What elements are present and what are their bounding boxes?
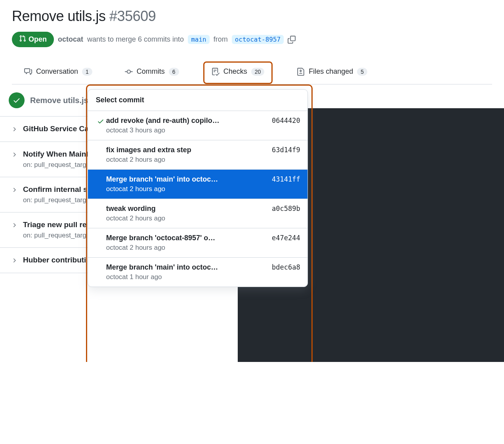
chevron-right-icon — [11, 126, 17, 134]
pr-merge-text-1: wants to merge 6 commits into — [87, 35, 184, 44]
commit-title: fix images and extra step — [106, 146, 265, 154]
chevron-right-icon — [11, 187, 17, 194]
dropdown-header: Select commit — [88, 90, 307, 111]
commit-meta: octocat 3 hours ago — [106, 126, 265, 134]
tab-count: 5 — [357, 68, 367, 76]
commit-option[interactable]: fix images and extra step octocat 2 hour… — [88, 140, 307, 170]
tab-commits[interactable]: Commits 6 — [116, 61, 187, 84]
commit-meta: octocat 2 hours ago — [106, 185, 265, 193]
check-icon — [95, 234, 106, 235]
commit-sha: 0644420 — [265, 117, 300, 124]
commit-sha: e47e244 — [265, 234, 300, 242]
pr-tabnav: Conversation 1 Commits 6 Checks 20 Files… — [12, 61, 492, 84]
commit-sha: bdec6a8 — [265, 263, 300, 271]
chevron-right-icon — [11, 151, 17, 159]
tab-count: 20 — [251, 68, 265, 76]
check-icon — [95, 205, 106, 206]
workflow-name: Hubber contributi — [23, 256, 86, 264]
commit-title: Merge branch 'octocat-8957' o… — [106, 234, 265, 242]
tab-checks[interactable]: Checks 20 — [203, 61, 273, 84]
commit-title: Merge branch 'main' into octoc… — [106, 263, 265, 272]
commit-select-menu[interactable]: Select commit add revoke (and re-auth) c… — [88, 89, 308, 287]
tab-count: 6 — [169, 68, 179, 76]
pr-meta: Open octocat wants to merge 6 commits in… — [12, 32, 492, 47]
checks-header: Remove utils.js 0644420 Select commit ad… — [0, 84, 238, 117]
pr-number: #35609 — [109, 8, 156, 24]
pr-state-badge: Open — [12, 32, 54, 47]
chevron-right-icon — [11, 257, 17, 265]
workflow-trigger: on: pull_request_targ — [23, 196, 88, 204]
success-check-badge — [9, 92, 25, 108]
commit-option[interactable]: Merge branch 'main' into octoc… octocat … — [88, 258, 307, 287]
file-diff-icon — [297, 68, 305, 76]
commit-title: tweak wording — [106, 205, 265, 213]
tab-label: Checks — [223, 67, 247, 76]
workflow-trigger: on: pull_request_targ — [23, 232, 87, 239]
commit-meta: octocat 2 hours ago — [106, 156, 265, 164]
chevron-right-icon — [11, 222, 17, 230]
pr-merge-text-2: from — [214, 35, 228, 44]
check-icon — [95, 146, 106, 147]
tab-files[interactable]: Files changed 5 — [288, 61, 376, 84]
pr-author[interactable]: octocat — [58, 35, 83, 44]
tab-conversation[interactable]: Conversation 1 — [16, 61, 101, 84]
commit-option[interactable]: tweak wording octocat 2 hours ago a0c589… — [88, 199, 307, 228]
check-icon — [95, 175, 106, 176]
commit-meta: octocat 2 hours ago — [106, 244, 265, 252]
check-icon — [95, 263, 106, 264]
comment-discussion-icon — [24, 68, 32, 76]
git-commit-icon — [125, 68, 133, 76]
workflow-name: GitHub Service Ca — [23, 124, 89, 133]
checks-title: Remove utils.js — [30, 96, 88, 105]
base-branch[interactable]: main — [188, 35, 210, 44]
tab-label: Conversation — [36, 67, 78, 76]
commit-option[interactable]: add revoke (and re-auth) copilo… octocat… — [88, 111, 307, 140]
pr-title: Remove utils.js #35609 — [12, 8, 492, 25]
head-branch[interactable]: octocat-8957 — [232, 35, 284, 44]
workflow-name: Confirm internal s — [23, 185, 88, 194]
tab-label: Commits — [137, 67, 165, 76]
tab-count: 1 — [82, 68, 92, 76]
tab-label: Files changed — [309, 67, 353, 76]
pr-state-label: Open — [29, 35, 47, 44]
commit-option[interactable]: Merge branch 'octocat-8957' o… octocat 2… — [88, 228, 307, 258]
workflow-name: Notify When Maint — [23, 150, 89, 159]
check-icon — [95, 117, 106, 125]
commit-sha: 63d14f9 — [265, 146, 300, 154]
commit-meta: octocat 1 hour ago — [106, 273, 265, 281]
commit-option[interactable]: Merge branch 'main' into octoc… octocat … — [88, 170, 307, 199]
commit-sha: a0c589b — [265, 205, 300, 212]
pr-title-text: Remove utils.js — [12, 8, 106, 24]
commit-title: Merge branch 'main' into octoc… — [106, 175, 265, 184]
workflow-name: Triage new pull re — [23, 220, 87, 229]
commit-sha: 43141ff — [265, 175, 300, 183]
workflow-trigger: on: pull_request_targ — [23, 161, 89, 169]
copy-icon[interactable] — [288, 36, 296, 44]
commit-title: add revoke (and re-auth) copilo… — [106, 117, 265, 125]
git-pull-request-icon — [19, 35, 26, 44]
commit-meta: octocat 2 hours ago — [106, 214, 265, 222]
checklist-icon — [212, 68, 220, 76]
